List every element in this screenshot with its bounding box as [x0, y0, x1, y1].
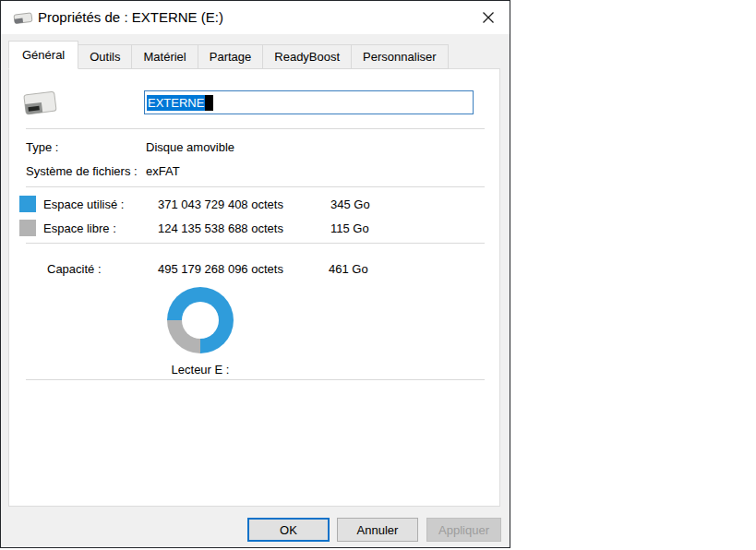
- filesystem-value: exFAT: [146, 164, 180, 178]
- properties-dialog: Propriétés de : EXTERNE (E:) Général Out…: [0, 0, 510, 548]
- volume-name-input[interactable]: EXTERNE: [144, 90, 474, 114]
- text-caret: [205, 95, 213, 111]
- ok-button[interactable]: OK: [247, 518, 330, 542]
- tab-label: Outils: [90, 50, 120, 64]
- capacity-bytes: 495 179 268 096 octets: [158, 262, 283, 276]
- general-tab-page: EXTERNE Type : Disque amovible Système d…: [8, 68, 500, 507]
- free-space-swatch: [19, 220, 36, 236]
- tab-materiel[interactable]: Matériel: [132, 44, 198, 69]
- tab-personnaliser[interactable]: Personnaliser: [352, 44, 449, 69]
- free-space-size: 115 Go: [330, 221, 369, 235]
- cancel-button[interactable]: Annuler: [337, 518, 418, 542]
- type-label: Type :: [26, 140, 58, 154]
- separator: [26, 243, 485, 244]
- title-bar: Propriétés de : EXTERNE (E:): [1, 1, 510, 34]
- close-icon: [482, 11, 495, 24]
- donut-hole: [182, 302, 219, 339]
- tab-label: Personnaliser: [363, 50, 437, 64]
- window-title: Propriétés de : EXTERNE (E:): [38, 1, 223, 34]
- tab-label: Matériel: [143, 50, 186, 64]
- capacity-size: 461 Go: [329, 262, 368, 276]
- capacity-label: Capacité :: [47, 262, 102, 276]
- separator: [26, 186, 485, 187]
- free-space-label: Espace libre :: [43, 221, 116, 235]
- tab-label: Général: [22, 48, 65, 62]
- filesystem-label: Système de fichiers :: [26, 164, 138, 178]
- capacity-donut: [167, 287, 234, 353]
- free-space-bytes: 124 135 538 688 octets: [158, 221, 283, 235]
- tab-label: Partage: [210, 50, 252, 64]
- drive-icon-small: [13, 11, 33, 25]
- type-value: Disque amovible: [146, 140, 234, 154]
- tab-strip: Général Outils Matériel Partage ReadyBoo…: [8, 41, 449, 69]
- tab-readyboost[interactable]: ReadyBoost: [263, 44, 352, 69]
- separator: [26, 379, 485, 380]
- drive-caption: Lecteur E :: [145, 363, 256, 377]
- close-button[interactable]: [467, 1, 510, 33]
- tab-outils[interactable]: Outils: [78, 44, 132, 69]
- used-space-bytes: 371 043 729 408 octets: [158, 197, 283, 211]
- external-drive-icon: [22, 88, 59, 119]
- used-space-label: Espace utilisé :: [43, 197, 124, 211]
- tab-partage[interactable]: Partage: [198, 44, 264, 69]
- separator: [26, 128, 485, 129]
- used-space-size: 345 Go: [330, 197, 370, 211]
- tab-general[interactable]: Général: [8, 41, 78, 69]
- used-space-swatch: [19, 196, 36, 212]
- tab-label: ReadyBoost: [274, 50, 340, 64]
- apply-button[interactable]: Appliquer: [426, 518, 501, 542]
- volume-name-value: EXTERNE: [147, 95, 205, 111]
